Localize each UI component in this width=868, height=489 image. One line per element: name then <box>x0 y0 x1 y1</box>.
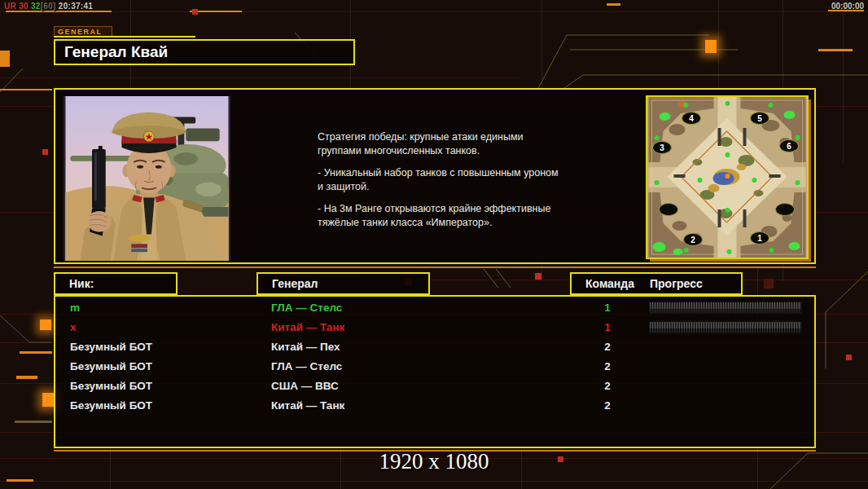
fps-overlay: UR 30 32[60] 20:37:41 <box>4 2 93 11</box>
clock-readout: 20:37:41 <box>59 2 93 11</box>
strategy-briefing: Стратегия победы: крупные атаки едиными … <box>318 130 594 238</box>
progress-header-label: Прогресс <box>650 277 703 290</box>
resolution-label: 1920 x 1080 <box>0 449 868 474</box>
fps-label: UR <box>4 2 16 11</box>
briefing-panel: Стратегия победы: крупные атаки едиными … <box>54 88 816 264</box>
team-header-label: Команда <box>585 277 634 290</box>
map-art <box>647 97 807 258</box>
start-position-number: 1 <box>757 234 762 243</box>
loading-screen: UR 30 32[60] 20:37:41 00:00:00 GENERAL Г… <box>0 0 868 489</box>
player-nick: m <box>70 302 80 314</box>
player-row: Безумный БОТ Китай — Пех 2 <box>55 337 814 357</box>
player-nick: Безумный БОТ <box>70 399 152 412</box>
fps-average: 32 <box>31 2 41 11</box>
player-team: 2 <box>598 380 617 392</box>
start-position-marker: 1 <box>750 231 769 244</box>
players-panel: m ГЛА — Стелс 1 x Китай — Танк 1 Безумны… <box>54 295 816 448</box>
fps-current: 30 <box>19 2 28 11</box>
nick-header-label: Ник: <box>69 277 94 290</box>
player-row: Безумный БОТ Китай — Танк 2 <box>55 396 814 416</box>
general-portrait <box>64 96 230 261</box>
player-nick: Безумный БОТ <box>70 341 152 353</box>
briefing-paragraph: Стратегия победы: крупные атаки едиными … <box>318 130 594 158</box>
briefing-paragraph: - На 3м Ранге открываются крайне эффекти… <box>318 202 594 230</box>
player-row: Безумный БОТ ГЛА — Стелс 2 <box>55 357 814 377</box>
fps-cap: [60] <box>41 2 56 11</box>
column-header-nick: Ник: <box>54 272 178 295</box>
empty-position-marker <box>659 203 678 216</box>
player-general: ГЛА — Стелс <box>271 360 342 372</box>
empty-position-marker <box>775 203 795 216</box>
column-header-general: Генерал <box>256 272 430 295</box>
player-team: 1 <box>598 321 617 333</box>
general-title: Генерал Квай <box>64 43 168 61</box>
load-progress-bar <box>649 302 802 314</box>
column-header-team-progress: Команда Прогресс <box>570 272 743 295</box>
player-team: 2 <box>598 341 617 353</box>
start-position-marker: 3 <box>652 141 672 154</box>
player-team: 2 <box>598 360 617 372</box>
general-header-label: Генерал <box>272 277 318 290</box>
start-position-number: 3 <box>660 143 664 152</box>
general-portrait-art <box>64 96 230 261</box>
start-position-marker: 5 <box>750 112 769 125</box>
start-position-number: 6 <box>787 142 791 151</box>
tab-underline <box>54 36 195 37</box>
start-position-number: 5 <box>757 114 762 123</box>
player-nick: Безумный БОТ <box>70 380 152 392</box>
load-progress-bar <box>649 321 802 333</box>
briefing-paragraph: - Уникальный набор танков с повышенным у… <box>318 166 594 194</box>
player-row: x Китай — Танк 1 <box>55 318 814 337</box>
mission-timer: 00:00:00 <box>831 2 864 11</box>
start-position-marker: 2 <box>683 233 703 246</box>
player-nick: x <box>70 321 77 333</box>
start-position-marker: 4 <box>682 112 701 125</box>
player-general: США — ВВС <box>271 380 339 392</box>
player-general: ГЛА — Стелс <box>271 302 342 314</box>
player-row: m ГЛА — Стелс 1 <box>55 298 814 318</box>
player-general: Китай — Пех <box>271 341 340 353</box>
player-general: Китай — Танк <box>271 321 344 333</box>
player-general: Китай — Танк <box>271 399 344 412</box>
map-preview: 4 5 3 6 2 1 <box>646 95 809 259</box>
player-team: 1 <box>598 302 617 314</box>
player-nick: Безумный БОТ <box>70 360 152 372</box>
player-row: Безумный БОТ США — ВВС 2 <box>55 377 814 396</box>
start-position-number: 2 <box>690 236 695 244</box>
general-title-box: Генерал Квай <box>54 39 355 65</box>
start-position-marker: 6 <box>779 139 799 152</box>
player-team: 2 <box>598 399 617 412</box>
start-position-number: 4 <box>689 114 694 123</box>
tab-general: GENERAL <box>54 26 112 36</box>
